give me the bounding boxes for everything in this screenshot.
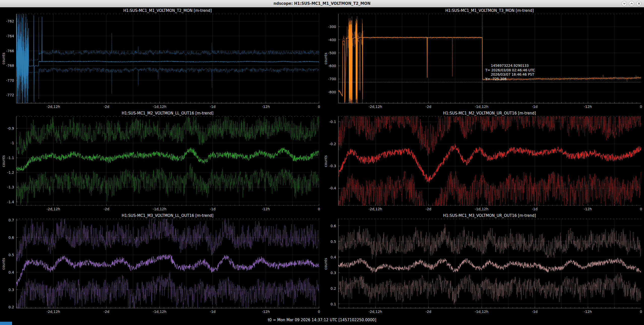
y-tick-label: 0.5 (4, 253, 14, 257)
y-tick-label: -300 (326, 24, 336, 29)
plot-title: H1:SUS-MC1_M3_VOLTMON_LL_OUT16 [m-trend] (16, 213, 319, 218)
cursor-time-local: 2026/03/07 18:46:46 PST (485, 72, 535, 77)
x-tick-label: 0 (318, 310, 320, 314)
chevron-down-icon (623, 2, 626, 5)
x-tick-label: -1d,12h (475, 105, 488, 109)
x-tick-label: -1d,12h (153, 310, 166, 314)
y-tick-label: -0.3 (326, 164, 336, 168)
x-tick-label: -12h (584, 207, 592, 211)
y-tick-label: 0.5 (326, 239, 336, 244)
plot-title: H1:SUS-MC1_M2_VOLTMON_UR_OUT16 [m-trend] (338, 111, 641, 115)
x-tick-label: -1d (532, 207, 538, 211)
x-tick-label: -1d,12h (153, 207, 166, 211)
x-tick-label: 0 (640, 310, 642, 314)
x-tick-label: 0 (640, 207, 642, 211)
window-titlebar[interactable]: ndscope: H1:SUS-MC1_M1_VOLTMON_T2_MON (0, 0, 644, 7)
y-tick-label: 0.1 (326, 302, 336, 306)
y-tick-label: -766 (4, 49, 14, 53)
x-tick-label: -1d,12h (475, 310, 488, 314)
y-tick-label: 0.3 (326, 271, 336, 275)
y-tick-label: -770 (4, 78, 14, 83)
x-tick-label: -1d (532, 105, 538, 109)
plot-cell-6: H1:SUS-MC1_M3_VOLTMON_UR_OUT16 [m-trend]… (322, 212, 644, 315)
plot-title: H1:SUS-MC1_M1_VOLTMON_T3_MON [m-trend] (338, 8, 641, 13)
status-bar: t0 = Mon Mar 09 2026 14:37:12 UTC [14571… (0, 315, 644, 325)
x-tick-label: -12h (262, 207, 270, 211)
plot-cell-4: H1:SUS-MC1_M2_VOLTMON_UR_OUT16 [m-trend]… (322, 110, 644, 213)
x-tick-label: -1d (532, 310, 538, 314)
x-tick-label: -12h (584, 105, 592, 109)
close-icon (637, 2, 641, 5)
x-tick-label: -2d,12h (47, 207, 60, 211)
maximize-button[interactable] (629, 1, 634, 6)
x-tick-label: -2d,12h (47, 105, 60, 109)
plot-canvas[interactable] (16, 116, 319, 206)
minimize-button[interactable] (622, 1, 627, 6)
plot-canvas[interactable] (338, 116, 641, 206)
y-tick-label: -0.2 (326, 142, 336, 146)
y-tick-label: 0.3 (4, 287, 14, 292)
status-progress-indicator (0, 322, 12, 325)
y-tick-label: -400 (326, 38, 336, 42)
y-tick-label: -600 (326, 64, 336, 68)
x-tick-label: 0 (318, 207, 320, 211)
y-tick-label: 0.7 (4, 218, 14, 222)
plot-cell-5: H1:SUS-MC1_M3_VOLTMON_LL_OUT16 [m-trend]… (0, 212, 322, 315)
x-tick-label: -2d,12h (368, 105, 382, 109)
cursor-y-value: Y= -725.308 (485, 77, 535, 81)
y-tick-label: -700 (326, 77, 336, 81)
chevron-up-icon (630, 2, 633, 5)
y-tick-label: 0.4 (326, 255, 336, 259)
plot-canvas[interactable] (338, 14, 641, 103)
plot-cell-3: H1:SUS-MC1_M2_VOLTMON_LL_OUT16 [m-trend]… (0, 110, 322, 213)
y-tick-label: 0.6 (4, 235, 14, 240)
x-tick-label: -1d (210, 105, 216, 109)
y-tick-label: -1.4 (4, 200, 14, 204)
y-tick-label: -1.2 (4, 170, 14, 175)
plot-canvas[interactable] (16, 219, 319, 308)
y-tick-label: -800 (326, 90, 336, 94)
x-tick-label: -1d (210, 310, 216, 314)
x-tick-label: -2d (104, 310, 109, 314)
plot-canvas[interactable] (338, 219, 641, 308)
x-tick-label: -2d (426, 207, 431, 211)
plot-grid: H1:SUS-MC1_M1_VOLTMON_T2_MON [m-trend]co… (0, 7, 644, 315)
y-tick-label: -0.4 (326, 186, 336, 190)
y-tick-label: 0.4 (4, 270, 14, 275)
y-tick-label: 0.2 (4, 305, 14, 309)
x-tick-label: -2d (426, 105, 431, 109)
x-tick-label: -2d (426, 310, 431, 314)
y-axis-label: counts (324, 258, 328, 270)
plot-title: H1:SUS-MC1_M1_VOLTMON_T2_MON [m-trend] (16, 8, 319, 13)
y-tick-label: -0.1 (326, 120, 336, 124)
cursor-time-utc: T= 2026/03/08 02:46:46 UTC (485, 68, 535, 73)
plot-cell-1: H1:SUS-MC1_M1_VOLTMON_T2_MON [m-trend]co… (0, 7, 322, 110)
x-tick-label: 0 (640, 105, 642, 109)
x-tick-label: -1d,12h (475, 207, 488, 211)
x-tick-label: -2d (104, 207, 109, 211)
y-axis-label: counts (2, 53, 6, 65)
y-tick-label: -1.3 (4, 185, 14, 189)
x-tick-label: -2d,12h (368, 207, 382, 211)
x-tick-label: -2d (104, 105, 109, 109)
t0-label: t0 = Mon Mar 09 2026 14:37:12 UTC [14571… (268, 318, 376, 322)
y-tick-label: -772 (4, 93, 14, 97)
close-button[interactable] (636, 1, 641, 6)
y-tick-label: 0.2 (326, 286, 336, 291)
plot-canvas[interactable] (16, 14, 319, 103)
window-title: ndscope: H1:SUS-MC1_M1_VOLTMON_T2_MON (274, 1, 370, 6)
y-tick-label: 0.6 (326, 224, 336, 228)
y-tick-label: -762 (4, 19, 14, 23)
plot-title: H1:SUS-MC1_M2_VOLTMON_LL_OUT16 [m-trend] (16, 111, 319, 115)
y-axis-label: counts (2, 258, 6, 270)
x-tick-label: -1d,12h (153, 105, 166, 109)
y-tick-label: -500 (326, 51, 336, 55)
y-tick-label: -1 (4, 141, 14, 145)
window-controls (622, 0, 641, 7)
y-tick-label: -1.1 (4, 156, 14, 160)
plot-cell-2: H1:SUS-MC1_M1_VOLTMON_T3_MON [m-trend]co… (322, 7, 644, 110)
x-tick-label: -12h (262, 105, 270, 109)
ndscope-window: ndscope: H1:SUS-MC1_M1_VOLTMON_T2_MON H1… (0, 0, 644, 325)
y-tick-label: -0.9 (4, 126, 14, 131)
y-tick-label: -768 (4, 63, 14, 68)
